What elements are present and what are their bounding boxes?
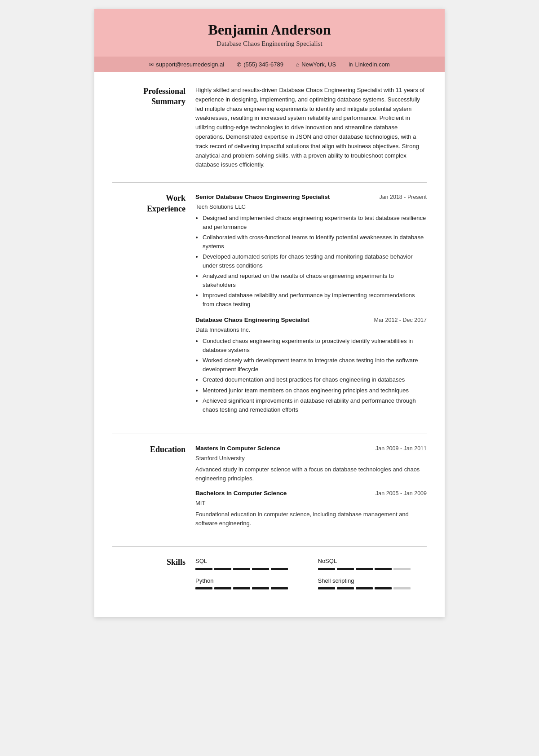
skill-shell: Shell scripting — [318, 576, 427, 589]
header-section: Benjamin Anderson Database Chaos Enginee… — [94, 9, 445, 57]
skill-segment — [375, 587, 392, 589]
summary-divider — [112, 182, 427, 183]
contact-bar: ✉ support@resumedesign.ai ✆ (555) 345-67… — [94, 57, 445, 72]
skill-segment — [356, 568, 373, 570]
skill-segment — [252, 568, 269, 570]
skill-segment — [337, 568, 354, 570]
job-1-company: Tech Solutions LLC — [195, 202, 427, 211]
skill-segment — [233, 587, 250, 589]
job-1-bullets: Designed and implemented chaos engineeri… — [195, 214, 427, 308]
phone-contact: ✆ (555) 345-6789 — [237, 61, 283, 68]
job-2-dates: Mar 2012 - Dec 2017 — [374, 316, 427, 325]
candidate-title: Database Chaos Engineering Specialist — [112, 40, 427, 48]
summary-content: Highly skilled and results-driven Databa… — [195, 86, 427, 170]
work-label: WorkExperience — [112, 193, 195, 421]
work-content: Senior Database Chaos Engineering Specia… — [195, 193, 427, 421]
email-contact: ✉ support@resumedesign.ai — [149, 61, 224, 68]
education-section: Education Masters in Computer Science Ja… — [112, 444, 427, 534]
job-2-bullet-2: Worked closely with development teams to… — [203, 356, 427, 374]
job-1-bullet-5: Improved database reliability and perfor… — [203, 291, 427, 308]
degree-2: Bachelors in Computer Science Jan 2005 -… — [195, 489, 427, 527]
location-icon: ⌂ — [296, 62, 299, 68]
degree-2-header: Bachelors in Computer Science Jan 2005 -… — [195, 489, 427, 498]
skill-segment — [318, 587, 335, 589]
job-2-bullet-1: Conducted chaos engineering experiments … — [203, 337, 427, 354]
degree-2-desc: Foundational education in computer scien… — [195, 510, 427, 527]
candidate-name: Benjamin Anderson — [112, 22, 427, 38]
email-icon: ✉ — [149, 62, 154, 68]
job-1-bullet-3: Developed automated scripts for chaos te… — [203, 252, 427, 270]
phone-value: (555) 345-6789 — [243, 61, 283, 68]
skills-grid: SQL NoSQL — [195, 557, 427, 591]
education-divider — [112, 546, 427, 547]
skill-segment — [195, 587, 212, 589]
skill-segment — [375, 568, 392, 570]
resume-page: Benjamin Anderson Database Chaos Enginee… — [94, 9, 445, 617]
skill-segment — [214, 568, 231, 570]
degree-1-school: Stanford University — [195, 454, 427, 463]
skill-segment — [318, 568, 335, 570]
job-2-bullets: Conducted chaos engineering experiments … — [195, 337, 427, 414]
job-2: Database Chaos Engineering Specialist Ma… — [195, 316, 427, 414]
skill-shell-name: Shell scripting — [318, 576, 427, 585]
skill-sql-name: SQL — [195, 557, 305, 566]
skill-segment — [393, 587, 411, 589]
skill-segment — [233, 568, 250, 570]
job-2-header: Database Chaos Engineering Specialist Ma… — [195, 316, 427, 325]
education-content: Masters in Computer Science Jan 2009 - J… — [195, 444, 427, 534]
skill-nosql-bar — [318, 568, 427, 570]
skill-python: Python — [195, 576, 305, 589]
location-contact: ⌂ NewYork, US — [296, 61, 336, 68]
skills-label: Skills — [112, 557, 195, 591]
degree-1-dates: Jan 2009 - Jan 2011 — [376, 444, 427, 453]
linkedin-value: LinkedIn.com — [355, 61, 389, 68]
degree-2-school: MIT — [195, 499, 427, 508]
work-divider — [112, 434, 427, 434]
degree-2-dates: Jan 2005 - Jan 2009 — [376, 489, 427, 498]
job-1: Senior Database Chaos Engineering Specia… — [195, 193, 427, 308]
linkedin-icon: in — [349, 62, 353, 68]
skill-segment — [337, 587, 354, 589]
job-2-company: Data Innovations Inc. — [195, 325, 427, 334]
job-1-bullet-2: Collaborated with cross-functional teams… — [203, 233, 427, 251]
skill-sql: SQL — [195, 557, 305, 570]
job-1-title: Senior Database Chaos Engineering Specia… — [195, 193, 330, 202]
skill-nosql: NoSQL — [318, 557, 427, 570]
education-label: Education — [112, 444, 195, 534]
work-section: WorkExperience Senior Database Chaos Eng… — [112, 193, 427, 421]
skill-segment — [214, 587, 231, 589]
skill-segment — [252, 587, 269, 589]
phone-icon: ✆ — [237, 62, 241, 68]
job-1-bullet-4: Analyzed and reported on the results of … — [203, 272, 427, 289]
skill-shell-bar — [318, 587, 427, 589]
degree-1: Masters in Computer Science Jan 2009 - J… — [195, 444, 427, 483]
job-2-title: Database Chaos Engineering Specialist — [195, 316, 309, 325]
skill-segment — [356, 587, 373, 589]
job-2-bullet-5: Achieved significant improvements in dat… — [203, 396, 427, 414]
skill-sql-bar — [195, 568, 305, 570]
skill-segment — [393, 568, 411, 570]
job-1-dates: Jan 2018 - Present — [379, 193, 427, 202]
skill-segment — [195, 568, 212, 570]
skill-python-bar — [195, 587, 305, 589]
job-1-header: Senior Database Chaos Engineering Specia… — [195, 193, 427, 202]
job-1-bullet-1: Designed and implemented chaos engineeri… — [203, 214, 427, 231]
job-2-bullet-3: Created documentation and best practices… — [203, 375, 427, 384]
skills-section: Skills SQL — [112, 557, 427, 591]
location-value: NewYork, US — [301, 61, 336, 68]
skill-nosql-name: NoSQL — [318, 557, 427, 566]
degree-1-desc: Advanced study in computer science with … — [195, 465, 427, 483]
skills-content: SQL NoSQL — [195, 557, 427, 591]
degree-1-title: Masters in Computer Science — [195, 444, 280, 453]
summary-text: Highly skilled and results-driven Databa… — [195, 86, 427, 170]
linkedin-contact: in LinkedIn.com — [349, 61, 390, 68]
summary-section: ProfessionalSummary Highly skilled and r… — [112, 86, 427, 170]
summary-label: ProfessionalSummary — [112, 86, 195, 170]
email-value: support@resumedesign.ai — [156, 61, 224, 68]
skill-segment — [271, 568, 288, 570]
degree-1-header: Masters in Computer Science Jan 2009 - J… — [195, 444, 427, 453]
degree-2-title: Bachelors in Computer Science — [195, 489, 287, 498]
job-2-bullet-4: Mentored junior team members on chaos en… — [203, 386, 427, 395]
skill-python-name: Python — [195, 576, 305, 585]
skill-segment — [271, 587, 288, 589]
